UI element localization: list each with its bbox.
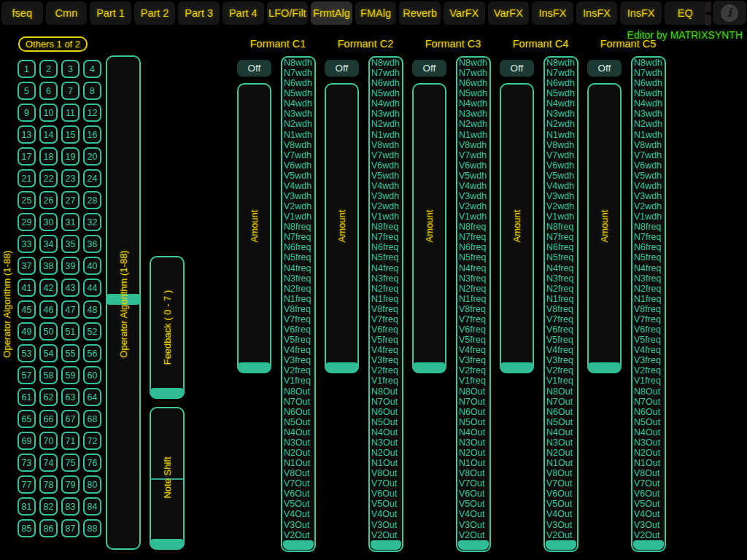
formant-parameter-item[interactable]: N2Out	[545, 448, 577, 458]
operator-algorithm-button-45[interactable]: 45	[18, 300, 36, 319]
formant-parameter-item[interactable]: V4Out	[545, 509, 577, 519]
operator-algorithm-button-60[interactable]: 60	[83, 366, 101, 384]
formant-parameter-item[interactable]: V2freq	[457, 365, 489, 376]
formant-parameter-item[interactable]: N1Out	[457, 458, 489, 468]
formant-parameter-item[interactable]: V5freq	[632, 335, 665, 345]
formant-parameter-item[interactable]: V2freq	[545, 365, 577, 376]
operator-algorithm-button-51[interactable]: 51	[61, 322, 80, 341]
formant-parameter-item[interactable]: N6wdh	[545, 78, 577, 88]
formant-parameter-item[interactable]: N8Out	[545, 386, 577, 397]
operator-algorithm-button-33[interactable]: 33	[18, 235, 36, 253]
formant-parameter-list[interactable]: N8wdhN7wdhN6wdhN5wdhN4wdhN3wdhN2wdhN1wdh…	[456, 56, 491, 552]
formant-parameter-item[interactable]: V4wdh	[545, 181, 577, 191]
operator-algorithm-button-21[interactable]: 21	[18, 169, 36, 187]
formant-off-button[interactable]: Off	[237, 60, 271, 77]
formant-parameter-item[interactable]: N7freq	[545, 232, 577, 242]
operator-algorithm-button-63[interactable]: 63	[61, 388, 80, 406]
formant-parameter-item[interactable]: N2wdh	[632, 119, 665, 129]
formant-parameter-item[interactable]: V3wdh	[457, 191, 489, 201]
operator-algorithm-button-86[interactable]: 86	[39, 519, 58, 537]
formant-parameter-item[interactable]: N2wdh	[370, 119, 402, 129]
formant-parameter-item[interactable]: N3wdh	[370, 109, 402, 119]
formant-parameter-item[interactable]: V6wdh	[632, 160, 665, 171]
formant-parameter-item[interactable]: N5Out	[457, 417, 489, 427]
formant-off-button[interactable]: Off	[500, 60, 534, 77]
formant-parameter-item[interactable]: V5Out	[632, 499, 665, 509]
formant-parameter-item[interactable]: V8freq	[457, 304, 489, 314]
formant-parameter-item[interactable]: N8wdh	[457, 58, 489, 68]
formant-parameter-item[interactable]: V5freq	[282, 335, 314, 345]
formant-parameter-item[interactable]: N5wdh	[370, 88, 402, 98]
formant-parameter-item[interactable]: V7freq	[282, 314, 314, 324]
formant-parameter-item[interactable]: V1freq	[632, 376, 665, 386]
tab-varfx-10[interactable]: VarFX	[444, 1, 485, 25]
formant-parameter-item[interactable]: V5freq	[370, 335, 402, 345]
operator-algorithm-button-16[interactable]: 16	[83, 125, 101, 144]
formant-parameter-item[interactable]: N6freq	[545, 242, 577, 252]
formant-parameter-item[interactable]: V8freq	[282, 304, 314, 314]
formant-parameter-item[interactable]: V1freq	[545, 376, 577, 386]
formant-parameter-item[interactable]: V5Out	[282, 499, 314, 509]
formant-parameter-list-scrollthumb[interactable]	[371, 540, 401, 550]
formant-parameter-item[interactable]: V4Out	[457, 509, 489, 519]
formant-parameter-item[interactable]: V6wdh	[282, 160, 314, 171]
formant-parameter-item[interactable]: V2Out	[282, 530, 314, 540]
operator-algorithm-button-69[interactable]: 69	[18, 432, 36, 450]
formant-parameter-item[interactable]: V8Out	[457, 468, 489, 478]
operator-algorithm-button-31[interactable]: 31	[61, 213, 80, 231]
operator-algorithm-button-76[interactable]: 76	[83, 454, 101, 472]
formant-parameter-item[interactable]: N4wdh	[370, 98, 402, 109]
formant-amount-slider-handle[interactable]	[237, 362, 271, 373]
formant-parameter-item[interactable]: N7wdh	[632, 68, 665, 78]
operator-algorithm-button-42[interactable]: 42	[39, 279, 58, 297]
formant-parameter-item[interactable]: V7Out	[632, 478, 665, 489]
formant-parameter-item[interactable]: V2Out	[457, 530, 489, 540]
operator-algorithm-button-2[interactable]: 2	[39, 60, 58, 78]
formant-parameter-item[interactable]: V7wdh	[370, 150, 402, 160]
operator-algorithm-button-83[interactable]: 83	[61, 497, 80, 516]
formant-parameter-item[interactable]: V8freq	[370, 304, 402, 314]
formant-parameter-item[interactable]: N5freq	[457, 252, 489, 262]
operator-algorithm-button-70[interactable]: 70	[39, 432, 58, 450]
formant-parameter-item[interactable]: N4Out	[632, 427, 665, 438]
operator-algorithm-button-68[interactable]: 68	[83, 410, 101, 428]
feedback-slider-handle[interactable]	[150, 388, 185, 399]
formant-parameter-item[interactable]: N2freq	[282, 284, 314, 294]
note-shift-slider[interactable]	[150, 407, 185, 550]
operator-algorithm-button-58[interactable]: 58	[39, 366, 58, 384]
formant-parameter-item[interactable]: V2wdh	[545, 201, 577, 211]
formant-parameter-item[interactable]: N2wdh	[457, 119, 489, 129]
operator-algorithm-button-55[interactable]: 55	[61, 344, 80, 362]
formant-parameter-item[interactable]: N4Out	[457, 427, 489, 438]
formant-parameter-item[interactable]: N2Out	[632, 448, 665, 458]
formant-parameter-item[interactable]: N8Out	[632, 386, 665, 397]
formant-parameter-item[interactable]: N1Out	[632, 458, 665, 468]
operator-algorithm-button-50[interactable]: 50	[39, 322, 58, 341]
formant-parameter-item[interactable]: V7wdh	[282, 150, 314, 160]
formant-parameter-item[interactable]: V1freq	[370, 376, 402, 386]
operator-algorithm-button-44[interactable]: 44	[83, 279, 101, 297]
info-button[interactable]: i	[713, 1, 746, 25]
formant-parameter-item[interactable]: N6freq	[457, 242, 489, 252]
operator-algorithm-button-61[interactable]: 61	[18, 388, 36, 406]
operator-algorithm-button-10[interactable]: 10	[39, 104, 58, 122]
formant-parameter-item[interactable]: V4Out	[370, 509, 402, 519]
formant-amount-slider-handle[interactable]	[500, 362, 534, 373]
formant-parameter-item[interactable]: V5Out	[545, 499, 577, 509]
operator-algorithm-button-32[interactable]: 32	[83, 213, 101, 231]
tab-fmalg-8[interactable]: FMAlg	[355, 1, 397, 25]
formant-parameter-item[interactable]: V6Out	[282, 489, 314, 499]
formant-parameter-item[interactable]: V2freq	[370, 365, 402, 376]
operator-algorithm-button-28[interactable]: 28	[83, 191, 101, 209]
formant-parameter-item[interactable]: N1Out	[545, 458, 577, 468]
formant-parameter-item[interactable]: N5wdh	[632, 88, 665, 98]
operator-algorithm-button-18[interactable]: 18	[39, 147, 58, 166]
formant-parameter-item[interactable]: N2freq	[545, 284, 577, 294]
formant-parameter-item[interactable]: N5Out	[632, 417, 665, 427]
operator-algorithm-button-53[interactable]: 53	[18, 344, 36, 362]
formant-parameter-item[interactable]: N3wdh	[457, 109, 489, 119]
formant-parameter-item[interactable]: V6freq	[632, 324, 665, 335]
formant-amount-slider-handle[interactable]	[587, 362, 622, 373]
others-page-button[interactable]: Others 1 of 2	[18, 36, 88, 52]
formant-parameter-item[interactable]: N1freq	[632, 294, 665, 304]
